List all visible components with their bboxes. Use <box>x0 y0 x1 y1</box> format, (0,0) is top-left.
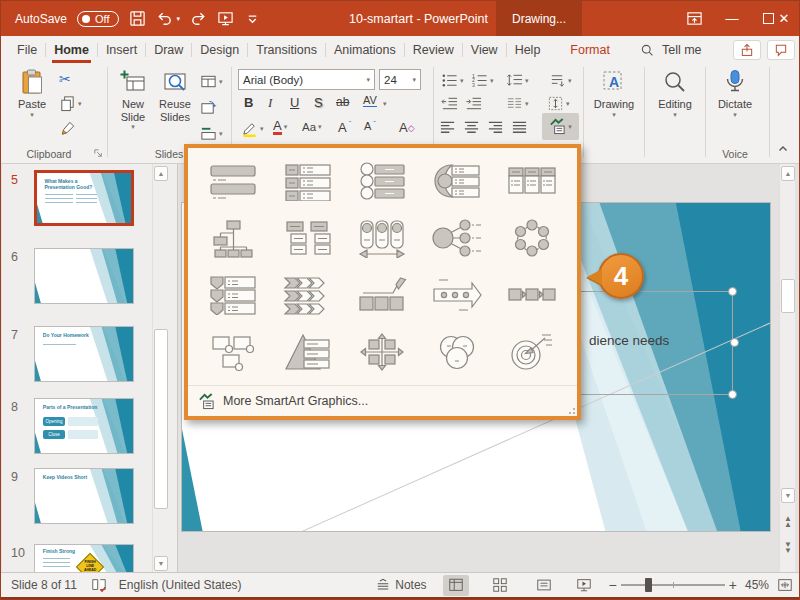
slide-thumbnail-10[interactable]: Finish Strong FINISH LINE AHEAD <box>34 544 134 574</box>
selection-handle-right[interactable] <box>730 338 739 347</box>
tab-format-contextual[interactable]: Format <box>562 39 618 61</box>
underline-button[interactable]: U <box>290 95 299 110</box>
slide-thumbnail-6[interactable] <box>34 248 134 304</box>
tab-review[interactable]: Review <box>405 39 462 61</box>
strikethrough-button[interactable]: ab <box>336 95 349 109</box>
panel-scrollbar[interactable]: ▲ ▼ <box>152 164 168 574</box>
italic-button[interactable]: I <box>268 95 272 111</box>
undo-icon[interactable] <box>156 10 173 27</box>
new-slide-button[interactable]: New Slide▾ <box>113 69 153 131</box>
reset-slide-button[interactable] <box>200 99 217 116</box>
drawing-group-button[interactable]: A Drawing▾ <box>588 69 640 119</box>
smartart-grouped-list[interactable] <box>494 152 569 209</box>
selection-handle-top-right[interactable] <box>728 287 737 296</box>
spellcheck-icon[interactable] <box>91 577 107 593</box>
normal-view-button[interactable] <box>443 575 469 596</box>
align-right-button[interactable] <box>487 119 504 136</box>
tab-home[interactable]: Home <box>46 39 97 61</box>
save-icon[interactable] <box>129 10 146 27</box>
copy-button[interactable]: ▾ <box>59 95 82 112</box>
smartart-organization-chart[interactable] <box>196 209 271 266</box>
panel-scroll-down[interactable]: ▼ <box>154 556 168 571</box>
reuse-slides-button[interactable]: Reuse Slides <box>154 69 196 123</box>
text-direction-button[interactable]: ▾ <box>549 72 572 89</box>
dictate-button[interactable]: Dictate▾ <box>709 69 761 119</box>
more-smartart-graphics-item[interactable]: More SmartArt Graphics... <box>188 385 577 416</box>
previous-slide-button[interactable]: ▲▲ <box>780 516 796 528</box>
close-button[interactable]: ✕ <box>767 1 800 36</box>
convert-to-smartart-button[interactable]: ▾ <box>542 113 579 140</box>
smartart-basic-cycle[interactable] <box>494 209 569 266</box>
slide-counter[interactable]: Slide 8 of 11 <box>11 578 77 592</box>
align-left-button[interactable] <box>439 119 456 136</box>
editing-group-button[interactable]: Editing▾ <box>649 69 701 119</box>
slide-layout-button[interactable]: ▾ <box>200 73 223 90</box>
change-case-button[interactable]: Aa▾ <box>302 121 322 133</box>
start-slideshow-icon[interactable] <box>217 10 234 27</box>
ribbon-display-options-button[interactable] <box>677 1 711 36</box>
increase-font-button[interactable]: Aˆ <box>338 120 351 135</box>
autosave-toggle[interactable]: Off <box>77 11 118 27</box>
smartart-hierarchy-list[interactable] <box>271 209 346 266</box>
paste-button[interactable]: Paste▾ <box>11 69 53 119</box>
main-scroll-down[interactable]: ▼ <box>781 488 795 503</box>
zoom-slider-thumb[interactable] <box>645 578 652 592</box>
selection-handle-bottom-right[interactable] <box>728 390 737 399</box>
smartart-vertical-bullet-list[interactable] <box>196 152 271 209</box>
slide-body-text[interactable]: dience needs <box>589 333 669 348</box>
slide-sorter-view-button[interactable] <box>487 575 513 596</box>
justify-button[interactable] <box>511 119 528 136</box>
comments-button[interactable] <box>767 40 795 60</box>
bullets-button[interactable]: ▾ <box>441 72 464 89</box>
smartart-step-process[interactable] <box>345 266 420 323</box>
line-spacing-button[interactable]: ▾ <box>506 72 529 89</box>
smartart-venn[interactable] <box>420 323 495 380</box>
drawing-mode-tab[interactable]: Drawing... <box>496 1 582 36</box>
tell-me-box[interactable]: Tell me <box>654 39 710 61</box>
section-button[interactable]: ▾ <box>200 125 223 142</box>
tab-animations[interactable]: Animations <box>326 39 404 61</box>
redo-icon[interactable] <box>190 10 207 27</box>
smartart-pyramid-list[interactable] <box>271 323 346 380</box>
tab-insert[interactable]: Insert <box>98 39 145 61</box>
clipboard-dialog-launcher[interactable] <box>93 148 104 159</box>
main-scrollbar[interactable]: ▲ ▼ ▲▲ ▼▼ <box>779 164 795 574</box>
fit-slide-to-window-icon[interactable] <box>777 577 793 593</box>
align-center-button[interactable] <box>463 119 480 136</box>
main-scroll-thumb[interactable] <box>781 279 795 313</box>
decrease-font-button[interactable]: Aˇ <box>364 120 376 132</box>
main-scroll-up[interactable]: ▲ <box>781 166 795 181</box>
next-slide-button[interactable]: ▼▼ <box>780 542 796 554</box>
format-painter-button[interactable] <box>59 120 76 137</box>
smartart-target[interactable] <box>494 323 569 380</box>
clear-formatting-button[interactable]: A◇ <box>399 120 415 135</box>
reading-view-button[interactable] <box>531 575 557 596</box>
font-name-combo[interactable]: Arial (Body)▾ <box>238 69 375 90</box>
notes-toggle[interactable]: Notes <box>376 578 426 592</box>
font-size-combo[interactable]: 24▾ <box>379 69 421 90</box>
character-spacing-button[interactable]: AV <box>363 94 377 107</box>
slide-thumbnail-7[interactable]: Do Your Homework <box>34 326 134 382</box>
smartart-stacked-list[interactable] <box>420 152 495 209</box>
collapse-ribbon-button[interactable] <box>777 143 789 155</box>
smartart-vertical-chevron-list[interactable] <box>196 266 271 323</box>
tab-transitions[interactable]: Transitions <box>248 39 325 61</box>
share-button[interactable] <box>733 40 761 60</box>
numbering-button[interactable]: 123▾ <box>471 72 494 89</box>
font-color-button[interactable]: A▾ <box>273 119 287 135</box>
language-indicator[interactable]: English (United States) <box>119 578 242 592</box>
gallery-resize-grip[interactable] <box>568 407 575 414</box>
panel-scroll-up[interactable]: ▲ <box>154 166 168 181</box>
smartart-matrix[interactable] <box>345 323 420 380</box>
smartart-chevron-process[interactable] <box>271 266 346 323</box>
slide-thumbnail-9[interactable]: Keep Videos Short <box>34 468 134 524</box>
columns-button[interactable]: ▾ <box>506 95 529 112</box>
search-icon[interactable] <box>640 43 654 57</box>
zoom-slider[interactable] <box>621 584 725 586</box>
smartart-vertical-process[interactable] <box>345 209 420 266</box>
customize-qat-icon[interactable] <box>244 10 261 27</box>
cut-button[interactable]: ✂ <box>59 71 71 87</box>
smartart-picture-blocks[interactable] <box>196 323 271 380</box>
tab-draw[interactable]: Draw <box>146 39 191 61</box>
bold-button[interactable]: B <box>244 95 253 110</box>
